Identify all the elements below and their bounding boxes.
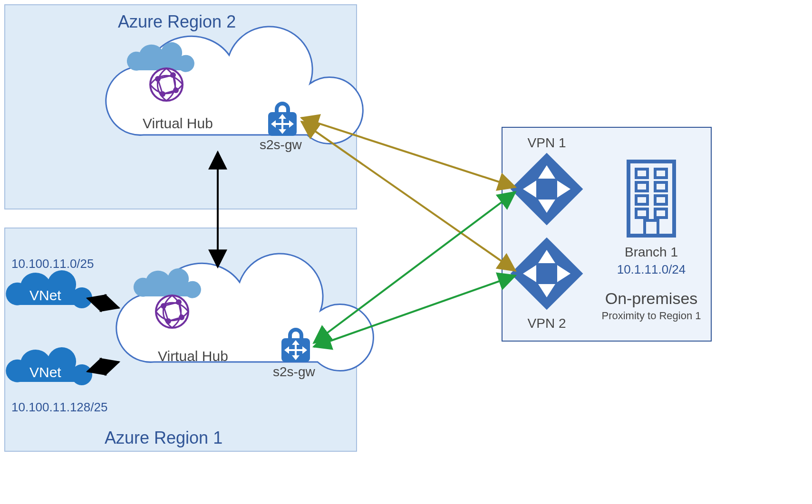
- azure-region-2: Azure Region 2 Virtual Hub s2s-gw: [5, 5, 363, 209]
- onprem-title: On-premises: [605, 289, 698, 307]
- vnet-bottom-cidr: 10.100.11.128/25: [11, 400, 107, 414]
- vpn2-label: VPN 2: [528, 316, 566, 331]
- region-1-gw-label: s2s-gw: [273, 364, 315, 379]
- vnet-top-label: VNet: [29, 287, 61, 303]
- vnet-bottom-label: VNet: [29, 364, 61, 380]
- svg-rect-33: [502, 127, 711, 341]
- on-premises: VPN 1 VPN 2 Branch 1 10.1.11.0/24 On-pre…: [502, 127, 711, 341]
- branch-cidr: 10.1.11.0/24: [617, 262, 686, 276]
- onprem-subtitle: Proximity to Region 1: [601, 310, 701, 322]
- region-2-gw-label: s2s-gw: [260, 137, 302, 152]
- region-1-title: Azure Region 1: [105, 428, 222, 447]
- region-2-title: Azure Region 2: [118, 12, 236, 31]
- vpn1-label: VPN 1: [528, 135, 566, 150]
- region-1-hub-label: Virtual Hub: [158, 348, 228, 364]
- virtual-wan-icon: [156, 295, 188, 328]
- vnet-top-cidr: 10.100.11.0/25: [11, 257, 94, 271]
- branch-label: Branch 1: [625, 245, 678, 259]
- region-2-hub-label: Virtual Hub: [143, 115, 213, 131]
- virtual-wan-icon: [150, 68, 183, 101]
